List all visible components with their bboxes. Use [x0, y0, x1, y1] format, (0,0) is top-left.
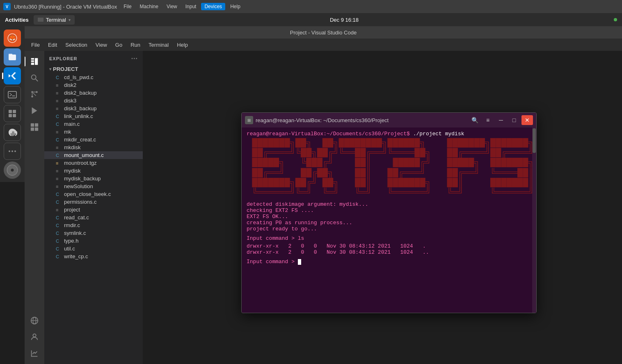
vscode-menu-go[interactable]: Go [112, 41, 126, 49]
svg-point-10 [9, 150, 10, 152]
activity-icon-remote[interactable] [27, 313, 42, 328]
file-item[interactable]: ≡mydisk [44, 167, 143, 175]
file-item[interactable]: Crmdir.c [44, 221, 143, 229]
file-name: newSolution [64, 183, 93, 189]
file-item[interactable]: Cpermissions.c [44, 198, 143, 206]
file-item[interactable]: ≡disk3_backup [44, 105, 143, 112]
vbox-menu-devices[interactable]: Devices [201, 3, 225, 10]
file-name: open_close_lseek.c [64, 191, 111, 197]
file-item[interactable]: Ccd_ls_pwd.c [44, 73, 143, 81]
terminal-menu-button[interactable]: ≡ [482, 115, 494, 125]
vscode-title: Project - Visual Studio Code [290, 30, 357, 36]
ubuntu-terminal-tab[interactable]: Terminal ▾ [34, 15, 75, 25]
file-name: link_unlink.c [64, 113, 93, 119]
file-type-icon: C [56, 239, 62, 243]
terminal-tab-label: Terminal [46, 17, 66, 23]
dock-icon-more[interactable] [4, 143, 21, 160]
ubuntu-topbar-left: Activities Terminal ▾ [5, 15, 75, 25]
vscode-menu-view[interactable]: View [92, 41, 110, 49]
file-item[interactable]: ≡mk [44, 128, 143, 136]
file-item[interactable]: ≡mountroot.tgz [44, 159, 143, 167]
terminal-command: ./project mydisk [410, 131, 464, 137]
vbox-logo-icon: V [3, 3, 11, 10]
terminal-input-2-block: Input command > [247, 259, 531, 265]
dock-icon-disc[interactable] [4, 162, 21, 179]
svg-rect-21 [31, 123, 34, 127]
svg-marker-20 [32, 107, 37, 114]
terminal-tab-chevron: ▾ [69, 18, 71, 22]
vscode-menu-terminal[interactable]: Terminal [145, 41, 172, 49]
activity-icon-extensions[interactable] [27, 120, 42, 134]
file-type-icon: C [56, 223, 62, 228]
activity-icon-timeline[interactable] [27, 346, 42, 361]
ubuntu-activities[interactable]: Activities [5, 17, 29, 23]
vbox-menu-machine[interactable]: Machine [137, 3, 162, 10]
vscode-menu-help[interactable]: Help [174, 41, 191, 49]
svg-text:🦊: 🦊 [9, 34, 16, 41]
terminal-content[interactable]: reagan@reagan-VirtualBox:~/Documents/cs3… [242, 127, 536, 313]
file-item[interactable]: Ctype.h [44, 237, 143, 245]
terminal-titlebar-left: ⊞ reagan@reagan-VirtualBox: ~/Documents/… [245, 116, 389, 124]
dock-icon-files[interactable] [4, 48, 21, 66]
vbox-menu-help[interactable]: Help [227, 3, 244, 10]
dock-icon-github[interactable] [4, 124, 21, 141]
file-item[interactable]: Cmain.c [44, 120, 143, 128]
dock-icon-vscode[interactable] [4, 67, 21, 84]
vbox-menu-input[interactable]: Input [182, 3, 200, 10]
explorer-label: EXPLORER [49, 56, 78, 61]
file-item[interactable]: Csymlink.c [44, 229, 143, 237]
terminal-input-1: Input command > ls [247, 235, 531, 241]
project-folder[interactable]: ▾ PROJECT [44, 65, 143, 73]
terminal-output-0: detected diskimage argument: mydisk... [247, 201, 531, 207]
vbox-menu-file[interactable]: File [120, 3, 135, 10]
terminal-maximize-button[interactable]: □ [508, 115, 520, 125]
dock-icon-terminal[interactable] [4, 86, 21, 103]
vscode-menu-run[interactable]: Run [127, 41, 144, 49]
file-type-icon: C [56, 200, 62, 205]
file-type-icon: ≡ [56, 130, 62, 134]
file-type-icon: C [56, 192, 62, 197]
file-item[interactable]: ≡newSolution [44, 182, 143, 190]
vscode-menu-file[interactable]: File [28, 41, 43, 49]
activity-icon-scm[interactable] [27, 87, 42, 102]
activity-icon-run[interactable] [27, 103, 42, 118]
terminal-close-button[interactable]: ✕ [521, 115, 533, 125]
file-item[interactable]: ≡disk3 [44, 97, 143, 105]
file-item[interactable]: Copen_close_lseek.c [44, 190, 143, 198]
file-item[interactable]: Clink_unlink.c [44, 112, 143, 120]
terminal-scrollbar-thumb[interactable] [533, 128, 536, 153]
terminal-tab-icon [38, 18, 43, 22]
file-name: read_cat.c [64, 214, 89, 221]
file-item[interactable]: Cread_cat.c [44, 214, 143, 221]
terminal-output-4: project ready to go... [247, 226, 531, 232]
file-name: mount_umount.c [64, 152, 104, 158]
file-type-icon: C [56, 153, 62, 158]
vbox-menu-view[interactable]: View [163, 3, 181, 10]
activity-icon-github[interactable] [27, 330, 42, 344]
vscode-menu-edit[interactable]: Edit [45, 41, 60, 49]
file-item[interactable]: ≡mkdisk [44, 143, 143, 151]
folder-chevron-icon: ▾ [49, 67, 51, 71]
file-item[interactable]: Cwrite_cp.c [44, 253, 143, 260]
file-item[interactable]: ≡project [44, 206, 143, 214]
file-item[interactable]: ≡mydisk_backup [44, 175, 143, 182]
vscode-body: EXPLORER ··· ▾ PROJECT Ccd_ls_pwd.c≡disk… [25, 51, 622, 364]
file-item[interactable]: ≡disk2 [44, 81, 143, 89]
file-item[interactable]: Cmount_umount.c [44, 151, 143, 159]
file-name: write_cp.c [64, 253, 88, 259]
dock-icon-extensions[interactable] [4, 105, 21, 122]
terminal-minimize-button[interactable]: ─ [495, 115, 507, 125]
terminal-cursor [298, 259, 301, 265]
file-item[interactable]: ≡disk2_backup [44, 89, 143, 97]
file-type-icon: C [56, 215, 62, 220]
terminal-scrollbar[interactable] [532, 127, 536, 313]
activity-icon-search[interactable] [27, 71, 42, 85]
dock-icon-firefox[interactable]: 🦊 [4, 30, 21, 47]
file-item[interactable]: Cmkdir_creat.c [44, 136, 143, 143]
vscode-menu-selection[interactable]: Selection [62, 41, 90, 49]
activity-icon-explorer[interactable] [27, 54, 42, 69]
sidebar-more-icon[interactable]: ··· [131, 55, 138, 62]
file-item[interactable]: Cutil.c [44, 245, 143, 253]
terminal-search-button[interactable]: 🔍 [469, 115, 480, 125]
file-type-icon: ≡ [56, 168, 62, 173]
